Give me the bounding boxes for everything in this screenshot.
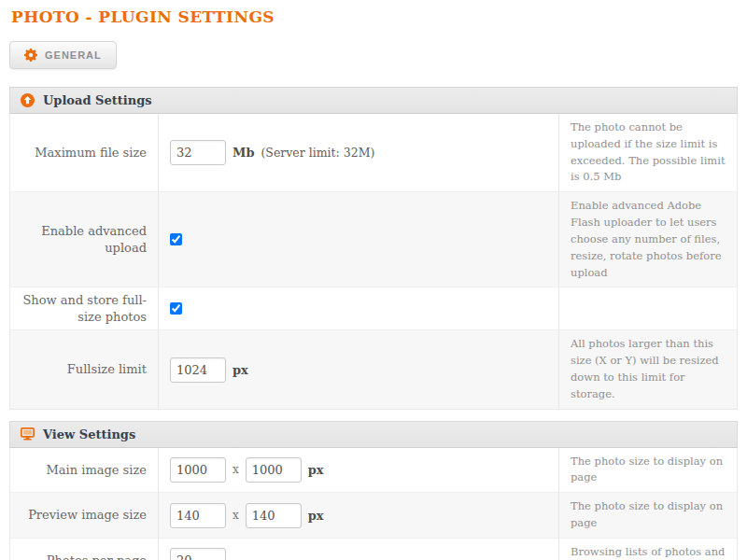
upload-icon [21,93,35,107]
row-label: Main image size [10,448,158,493]
row-label: Preview image size [10,493,158,538]
page-title: PHOTO - PLUGIN SETTINGS [11,7,738,26]
unit-label: px [308,463,324,477]
dimension-separator: x [233,509,239,522]
row-label: Photos per page [10,539,158,560]
row-help: The photo size to display on page [558,493,737,538]
gear-icon [24,49,37,62]
row-label: Show and store full-size photos [10,287,158,329]
settings-row-max-file-size: Maximum file size Mb (Server limit: 32M)… [10,114,737,191]
preview-image-height-input[interactable] [246,503,302,528]
fullsize-limit-input[interactable] [170,357,226,383]
row-help: Enable advanced Adobe Flash uploader to … [558,192,737,287]
fullsize-photos-checkbox[interactable] [170,302,182,315]
unit-label: Mb [233,146,254,160]
section-upload-settings: Upload Settings Maximum file size Mb (Se… [9,87,738,410]
dimension-separator: x [233,463,239,476]
unit-label: px [308,509,324,523]
tab-general-label: GENERAL [45,49,102,61]
tab-general[interactable]: GENERAL [9,41,117,69]
monitor-icon [21,427,35,441]
section-view-header: View Settings [9,421,738,448]
section-view-settings: View Settings Main image size x px The p… [9,421,738,560]
server-limit-note: (Server limit: 32M) [261,146,374,160]
settings-row-fullsize-limit: Fullsize limit px All photos larger than… [10,329,737,408]
row-label: Fullsize limit [10,330,158,408]
row-help: The photo cannot be uploaded if the size… [558,114,737,191]
section-view-title: View Settings [43,427,135,441]
settings-row-fullsize-photos: Show and store full-size photos [10,287,737,329]
photos-per-page-input[interactable] [170,548,226,560]
section-view-body: Main image size x px The photo size to d… [9,448,738,560]
row-help: All photos larger than this size (X or Y… [558,330,737,408]
section-upload-header: Upload Settings [9,87,738,114]
row-help: The photo size to display on page [558,448,737,493]
row-label: Maximum file size [10,114,158,191]
max-file-size-input[interactable] [170,140,226,165]
main-image-width-input[interactable] [170,457,226,483]
section-upload-body: Maximum file size Mb (Server limit: 32M)… [9,114,738,410]
settings-row-preview-image-size: Preview image size x px The photo size t… [10,492,737,538]
preview-image-width-input[interactable] [170,503,226,528]
settings-row-photos-per-page: Photos per page Browsing lists of photos… [10,538,737,560]
settings-row-advanced-upload: Enable advanced upload Enable advanced A… [10,191,737,287]
row-help: Browsing lists of photos and photo album… [558,539,737,560]
settings-page: PHOTO - PLUGIN SETTINGS GENERAL Upload S… [0,0,747,560]
advanced-upload-checkbox[interactable] [170,233,182,245]
row-help [558,287,737,329]
main-image-height-input[interactable] [246,457,302,483]
unit-label: px [233,363,248,377]
settings-row-main-image-size: Main image size x px The photo size to d… [10,448,737,493]
section-upload-title: Upload Settings [43,93,152,107]
tab-bar: GENERAL [9,41,738,69]
row-label: Enable advanced upload [10,192,158,287]
